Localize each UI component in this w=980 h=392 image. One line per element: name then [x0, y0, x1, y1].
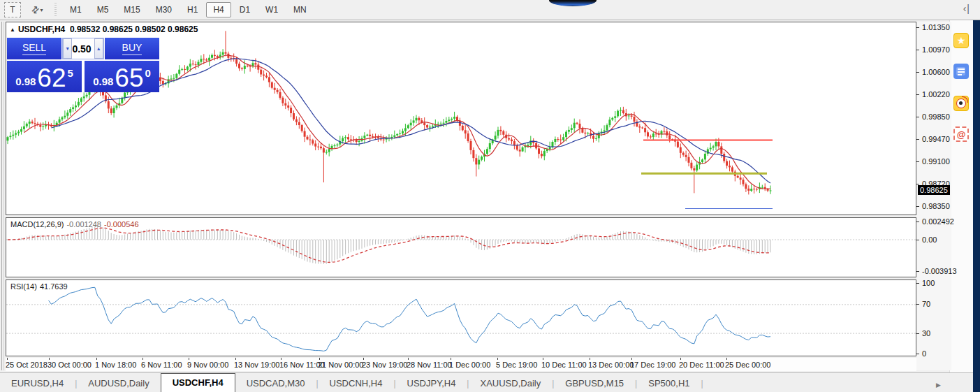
price-axis-label: 1.00220: [922, 90, 950, 99]
rsi-axis-label: 30: [922, 329, 930, 337]
share-sidebar: ★ @: [949, 20, 973, 392]
chart-tab-eurusd-h4[interactable]: EURUSD,H4: [0, 375, 75, 392]
timeframe-button-m15[interactable]: M15: [117, 2, 147, 17]
price-axis-label: 0.99470: [922, 135, 950, 143]
time-axis[interactable]: 25 Oct 201830 Oct 00:001 Nov 18:006 Nov …: [6, 358, 916, 371]
chart-tab-bar: EURUSD,H4|AUDUSD,DailyUSDCHF,H4USDCAD,M3…: [0, 372, 973, 392]
price-axis-label: 1.00970: [922, 45, 950, 54]
price-axis-tick: [916, 94, 919, 95]
left-splitter-line-2: [3, 22, 4, 370]
tab-scroll-right-icon[interactable]: ▶: [936, 382, 941, 389]
timeframe-button-w1[interactable]: W1: [258, 2, 285, 17]
macd-axis-label: 0.00: [922, 235, 937, 244]
time-axis-label: 30 Oct 00:00: [47, 361, 92, 369]
macd-indicator-panel[interactable]: MACD(12,26,9)-0.001248-0.000546: [6, 217, 916, 277]
rsi-indicator-panel[interactable]: RSI(14)41.7639: [6, 280, 916, 356]
toolbar-grip[interactable]: [54, 3, 57, 17]
objects-tool-button[interactable]: ⇅▾: [27, 3, 47, 17]
timeframe-button-m1[interactable]: M1: [63, 2, 89, 17]
time-axis-label: 20 Dec 11:00: [679, 361, 724, 369]
chart-tab-xauusd-daily[interactable]: XAUUSD,Daily: [469, 375, 552, 392]
news-feed-icon[interactable]: [953, 64, 969, 79]
text-label-tool-button[interactable]: T: [4, 2, 21, 17]
time-axis-label: 21 Nov 00:00: [318, 361, 363, 369]
timeframe-button-d1[interactable]: D1: [233, 2, 257, 17]
price-axis[interactable]: 1.013501.009701.006001.002200.998500.994…: [916, 22, 951, 370]
time-axis-label: 17 Dec 19:00: [630, 361, 675, 369]
time-axis-label: 1 Dec 00:00: [449, 361, 490, 369]
time-axis-label: 28 Nov 11:00: [407, 361, 452, 369]
time-axis-label: 25 Oct 2018: [6, 361, 47, 369]
chart-tab-audusd-daily[interactable]: AUDUSD,Daily: [77, 375, 160, 392]
volume-stepper: ▼ 0.50 ▲: [62, 38, 104, 59]
time-axis-label: 9 Nov 00:00: [187, 361, 228, 369]
price-axis-label: 0.99100: [922, 157, 950, 166]
price-axis-label: 0.98350: [922, 202, 950, 210]
sell-price-box[interactable]: 0.98625: [7, 61, 82, 92]
price-axis-tick: [916, 72, 919, 73]
volume-value[interactable]: 0.50: [72, 38, 94, 59]
price-axis-tick: [916, 50, 919, 50]
buy-price-box[interactable]: 0.98650: [85, 61, 159, 92]
mail-share-icon[interactable]: @: [953, 126, 969, 142]
timeframe-button-m30[interactable]: M30: [149, 2, 179, 17]
time-axis-label: 13 Nov 19:00: [234, 361, 279, 369]
weibo-share-icon[interactable]: [953, 96, 969, 111]
macd-chart: [6, 218, 916, 277]
chart-ohlc-values: 0.98532 0.98625 0.98502 0.98625: [70, 24, 198, 34]
price-axis-tick: [916, 139, 919, 140]
one-click-trading-widget: SELL ▼ 0.50 ▲ BUY 0.98625 0.98650: [7, 38, 159, 92]
price-axis-label: 0.99850: [922, 112, 950, 121]
chart-title: ▲USDCHF,H4 0.98532 0.98625 0.98502 0.986…: [10, 24, 198, 34]
timeframe-button-h4[interactable]: H4: [206, 2, 231, 17]
symbol-triangle-icon: ▲: [10, 27, 15, 33]
timeframe-button-group: M1M5M15M30H1H4D1W1MN: [62, 2, 314, 17]
chart-tab-usdcad-m30[interactable]: USDCAD,M30: [235, 375, 316, 392]
macd-axis-label: -0.003913: [922, 267, 957, 275]
price-axis-label: 1.00600: [922, 68, 950, 76]
time-axis-label: 5 Dec 19:00: [496, 361, 537, 369]
chart-tab-usdjpy-h4[interactable]: USDJPY,H4: [396, 375, 467, 392]
rsi-axis-label: 100: [922, 279, 935, 287]
current-price-badge: 0.98625: [918, 185, 950, 195]
timeframe-button-m5[interactable]: M5: [90, 2, 116, 17]
volume-increase-button[interactable]: ▲: [94, 38, 103, 59]
volume-decrease-button[interactable]: ▼: [63, 38, 72, 59]
time-axis-label: 13 Dec 00:00: [588, 361, 634, 369]
macd-label: MACD(12,26,9)-0.001248-0.000546: [10, 220, 139, 228]
chart-tab-usdchf-h4[interactable]: USDCHF,H4: [161, 373, 235, 392]
price-axis-tick: [916, 206, 919, 207]
collapse-panel-icon[interactable]: ‹|: [963, 3, 970, 13]
time-axis-label: 10 Dec 11:00: [541, 361, 587, 369]
price-axis-tick: [916, 161, 919, 162]
trading-terminal-window: T ⇅▾ M1M5M15M30H1H4D1W1MN ‹| ★ @ ▲USDCHF…: [0, 0, 980, 392]
chart-tab-usdcnh-h4[interactable]: USDCNH,H4: [319, 375, 394, 392]
price-axis-tick: [916, 117, 919, 117]
favorites-star-icon[interactable]: ★: [953, 33, 969, 48]
sell-button[interactable]: SELL: [7, 38, 61, 59]
time-axis-label: 25 Dec 00:00: [725, 361, 770, 369]
rsi-axis-label: 0: [922, 349, 926, 358]
chart-tab-gbpusd-m15[interactable]: GBPUSD,M15: [554, 375, 635, 392]
chart-toolbar: T ⇅▾ M1M5M15M30H1H4D1W1MN: [0, 0, 980, 20]
rsi-label: RSI(14)41.7639: [10, 282, 68, 291]
price-axis-tick: [916, 27, 919, 28]
time-axis-label: 23 Nov 19:00: [362, 361, 407, 369]
timeframe-button-mn[interactable]: MN: [286, 2, 314, 17]
timeframe-button-h1[interactable]: H1: [180, 2, 205, 17]
arrows-icon: ⇅: [29, 3, 41, 16]
buy-button[interactable]: BUY: [105, 38, 159, 59]
price-axis-label: 1.01350: [922, 23, 950, 31]
time-axis-label: 1 Nov 18:00: [95, 361, 136, 369]
right-edge-strip: [973, 20, 980, 392]
macd-axis-label: 0.002492: [922, 217, 954, 226]
rsi-chart: [6, 280, 916, 356]
rsi-axis-label: 70: [922, 300, 930, 308]
left-splitter-line[interactable]: [1, 22, 2, 370]
chart-tab-sp500-h1[interactable]: SP500,H1: [637, 375, 701, 392]
time-axis-label: 6 Nov 11:00: [141, 361, 182, 369]
